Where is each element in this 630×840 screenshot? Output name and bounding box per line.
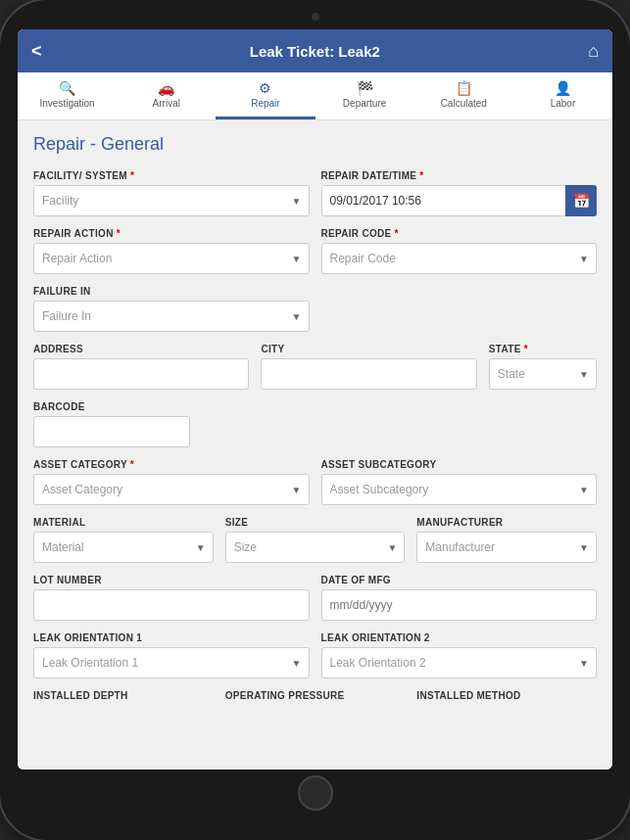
tab-investigation[interactable]: 🔍 Investigation (18, 72, 117, 119)
facility-select[interactable]: Facility (33, 185, 310, 216)
asset-category-group: ASSET CATEGORY * Asset Category ▼ (33, 459, 310, 505)
tab-repair[interactable]: ⚙ Repair (216, 72, 315, 119)
leak-orientation-row: LEAK ORIENTATION 1 Leak Orientation 1 ▼ … (33, 632, 597, 678)
page-title: Repair - General (33, 134, 597, 155)
asset-subcategory-label: ASSET SUBCATEGORY (321, 459, 598, 470)
repair-action-required-star: * (114, 228, 121, 239)
manufacturer-select[interactable]: Manufacturer (416, 532, 597, 563)
calendar-button[interactable]: 📅 (565, 185, 597, 216)
size-label: SIZE (225, 517, 406, 528)
facility-select-wrapper: Facility ▼ (33, 185, 310, 216)
tab-labor[interactable]: 👤 Labor (513, 72, 612, 119)
date-mfg-label: DATE OF MFG (321, 575, 598, 585)
tab-investigation-label: Investigation (40, 98, 95, 109)
repair-date-input-wrapper: 📅 (321, 185, 598, 216)
repair-action-select-wrapper: Repair Action ▼ (33, 243, 310, 274)
arrival-icon: 🚗 (158, 80, 174, 96)
asset-subcategory-select[interactable]: Asset Subcategory (321, 474, 598, 505)
facility-group: FACILITY/ SYSTEM * Facility ▼ (33, 170, 310, 216)
repair-action-group: REPAIR ACTION * Repair Action ▼ (33, 228, 310, 274)
size-group: SIZE Size ▼ (225, 517, 406, 563)
failure-in-group: FAILURE IN Failure In ▼ (33, 286, 310, 332)
labor-icon: 👤 (555, 80, 571, 96)
repair-icon: ⚙ (259, 80, 271, 96)
state-group: STATE * State ▼ (489, 344, 597, 390)
barcode-row: BARCODE (33, 401, 597, 447)
manufacturer-group: MANUFACTURER Manufacturer ▼ (416, 517, 597, 563)
tab-labor-label: Labor (551, 98, 576, 109)
repair-code-select[interactable]: Repair Code (321, 243, 598, 274)
tablet-screen: < Leak Ticket: Leak2 ⌂ 🔍 Investigation 🚗… (18, 29, 612, 770)
failure-in-select[interactable]: Failure In (33, 301, 310, 332)
app-header: < Leak Ticket: Leak2 ⌂ (18, 29, 612, 72)
asset-category-select-wrapper: Asset Category ▼ (33, 474, 310, 505)
asset-row: ASSET CATEGORY * Asset Category ▼ ASSET … (33, 459, 597, 505)
repair-action-label: REPAIR ACTION * (33, 228, 310, 239)
material-group: MATERIAL Material ▼ (33, 517, 214, 563)
tab-calculated-label: Calculated (441, 98, 487, 109)
leak-orientation2-group: LEAK ORIENTATION 2 Leak Orientation 2 ▼ (321, 632, 598, 678)
tablet-device: < Leak Ticket: Leak2 ⌂ 🔍 Investigation 🚗… (0, 0, 630, 840)
lot-number-label: LOT NUMBER (33, 575, 310, 585)
leak-orientation1-select[interactable]: Leak Orientation 1 (33, 647, 310, 678)
city-label: CITY (261, 344, 476, 354)
tab-departure[interactable]: 🏁 Departure (315, 72, 414, 119)
leak-orientation2-label: LEAK ORIENTATION 2 (321, 632, 598, 643)
facility-repair-date-row: FACILITY/ SYSTEM * Facility ▼ REPAIR DAT… (33, 170, 597, 216)
installed-method-label: INSTALLED METHOD (416, 690, 597, 709)
lot-number-input[interactable] (33, 589, 310, 621)
home-button[interactable] (298, 775, 333, 811)
repair-action-select[interactable]: Repair Action (33, 243, 310, 274)
departure-icon: 🏁 (357, 80, 373, 96)
repair-code-group: REPAIR CODE * Repair Code ▼ (321, 228, 598, 274)
repair-date-label: REPAIR DATE/TIME * (321, 170, 598, 181)
failure-in-row: FAILURE IN Failure In ▼ (33, 286, 597, 332)
repair-date-input[interactable] (321, 185, 598, 216)
home-icon[interactable]: ⌂ (588, 41, 599, 62)
tab-arrival[interactable]: 🚗 Arrival (117, 72, 216, 119)
material-select-wrapper: Material ▼ (33, 532, 214, 563)
bottom-labels-row: INSTALLED DEPTH OPERATING PRESSURE INSTA… (33, 690, 597, 709)
material-select[interactable]: Material (33, 532, 214, 563)
date-mfg-group: DATE OF MFG (321, 575, 598, 621)
leak-orientation1-label: LEAK ORIENTATION 1 (33, 632, 310, 643)
city-input[interactable] (261, 358, 476, 390)
tab-calculated[interactable]: 📋 Calculated (414, 72, 513, 119)
size-select-wrapper: Size ▼ (225, 532, 406, 563)
barcode-group: BARCODE (33, 401, 190, 447)
leak-orientation2-select[interactable]: Leak Orientation 2 (321, 647, 598, 678)
size-select[interactable]: Size (225, 532, 406, 563)
operating-pressure-label: OPERATING PRESSURE (225, 690, 406, 709)
tab-departure-label: Departure (343, 98, 386, 109)
city-group: CITY (261, 344, 476, 390)
address-input[interactable] (33, 358, 249, 390)
failure-in-label: FAILURE IN (33, 286, 310, 297)
tab-repair-label: Repair (251, 98, 279, 109)
manufacturer-label: MANUFACTURER (416, 517, 597, 528)
barcode-input[interactable] (33, 416, 190, 447)
date-mfg-input[interactable] (321, 589, 598, 621)
repair-code-select-wrapper: Repair Code ▼ (321, 243, 598, 274)
facility-required-star: * (127, 170, 134, 181)
leak-orientation1-select-wrapper: Leak Orientation 1 ▼ (33, 647, 310, 678)
lot-date-row: LOT NUMBER DATE OF MFG (33, 575, 597, 621)
investigation-icon: 🔍 (59, 80, 75, 96)
state-required-star: * (521, 344, 528, 354)
installed-depth-label: INSTALLED DEPTH (33, 690, 214, 709)
address-city-state-row: ADDRESS CITY STATE * State ▼ (33, 344, 597, 390)
state-label: STATE * (489, 344, 597, 354)
state-select[interactable]: State (489, 358, 597, 390)
page-content: Repair - General FACILITY/ SYSTEM * Faci… (18, 120, 612, 770)
repair-date-group: REPAIR DATE/TIME * 📅 (321, 170, 598, 216)
repair-date-required-star: * (416, 170, 423, 181)
address-group: ADDRESS (33, 344, 249, 390)
state-select-wrapper: State ▼ (489, 358, 597, 390)
barcode-label: BARCODE (33, 401, 190, 412)
leak-orientation1-group: LEAK ORIENTATION 1 Leak Orientation 1 ▼ (33, 632, 310, 678)
asset-subcategory-select-wrapper: Asset Subcategory ▼ (321, 474, 598, 505)
lot-number-group: LOT NUMBER (33, 575, 310, 621)
asset-category-select[interactable]: Asset Category (33, 474, 310, 505)
calculated-icon: 📋 (456, 80, 472, 96)
tab-arrival-label: Arrival (153, 98, 180, 109)
back-button[interactable]: < (31, 41, 42, 62)
